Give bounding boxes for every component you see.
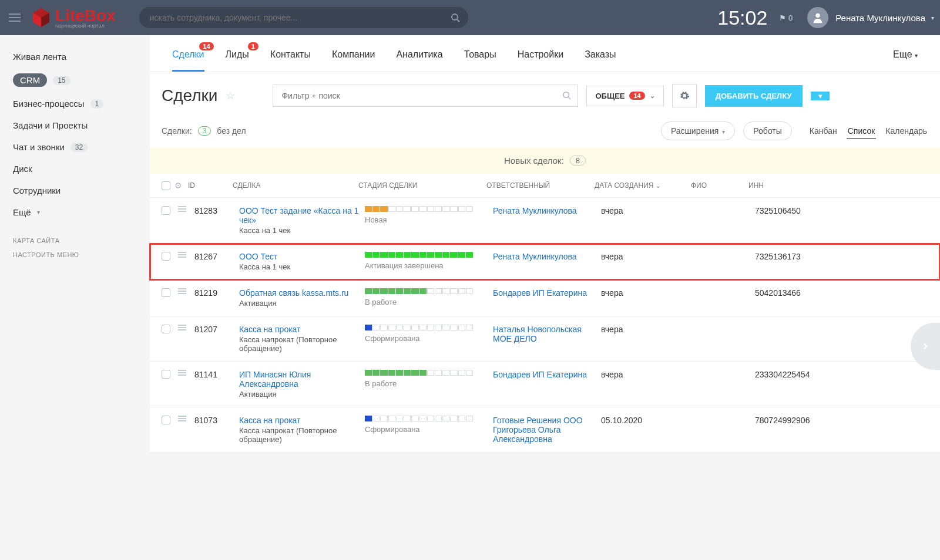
drag-handle-icon[interactable] xyxy=(178,325,194,330)
cell-date: вчера xyxy=(601,252,697,261)
favorite-star-icon[interactable]: ☆ xyxy=(226,89,235,102)
stage-label: Сформирована xyxy=(365,334,493,343)
tab-8[interactable]: Еще ▾ xyxy=(882,35,928,72)
cell-date: вчера xyxy=(601,288,697,298)
cell-id: 81073 xyxy=(194,416,239,425)
tab-7[interactable]: Заказы xyxy=(574,35,626,72)
responsible-link[interactable]: Наталья Новопольская МОЕ ДЕЛО xyxy=(493,325,582,343)
table-row[interactable]: 81283 ООО Тест задание «Касса на 1 чек» … xyxy=(150,198,940,244)
no-deal-label[interactable]: без дел xyxy=(217,126,246,136)
global-search-input[interactable] xyxy=(139,7,468,28)
table-row[interactable]: 81219 Обратная связь kassa.mts.ru Актива… xyxy=(150,280,940,316)
pipeline-dropdown[interactable]: ОБЩЕЕ 14 ⌄ xyxy=(586,86,663,106)
responsible-link[interactable]: Рената Муклинкулова xyxy=(493,252,577,261)
notification-flag[interactable]: ⚑ 0 xyxy=(779,14,793,22)
col-inn[interactable]: ИНН xyxy=(748,181,819,190)
chevron-down-icon: ▾ xyxy=(722,129,725,135)
search-icon[interactable] xyxy=(562,91,571,102)
cell-inn: 780724992906 xyxy=(755,416,825,425)
responsible-link[interactable]: Бондарев ИП Екатерина xyxy=(493,370,587,379)
sidebar-item-label: Живая лента xyxy=(13,52,66,62)
sort-desc-icon: ⌄ xyxy=(656,183,660,189)
deal-link[interactable]: Обратная связь kassa.mts.ru xyxy=(239,288,365,298)
view-Канбан[interactable]: Канбан xyxy=(808,124,838,138)
deal-sub: Касса на 1 чек xyxy=(239,226,365,235)
add-deal-button[interactable]: ДОБАВИТЬ СДЕЛКУ xyxy=(705,85,803,107)
deal-link[interactable]: ООО Тест задание «Касса на 1 чек» xyxy=(239,206,365,225)
tab-label: Еще xyxy=(893,49,912,59)
username[interactable]: Рената Муклинкулова xyxy=(835,13,925,23)
sidebar-item-6[interactable]: Сотрудники xyxy=(0,180,150,201)
sidebar-item-2[interactable]: Бизнес-процессы1 xyxy=(0,93,150,114)
drag-handle-icon[interactable] xyxy=(178,416,194,421)
col-id[interactable]: ID xyxy=(188,181,233,190)
deal-sub: Активация xyxy=(239,390,365,399)
sidebar-item-0[interactable]: Живая лента xyxy=(0,46,150,68)
drag-handle-icon[interactable] xyxy=(178,288,194,294)
col-date[interactable]: ДАТА СОЗДАНИЯ ⌄ xyxy=(595,181,691,190)
row-checkbox[interactable] xyxy=(162,206,170,215)
table-row[interactable]: 81207 Касса на прокат Касса напрокат (По… xyxy=(150,316,940,362)
tab-label: Лиды xyxy=(226,49,249,59)
row-checkbox[interactable] xyxy=(162,325,170,333)
sidebar-item-4[interactable]: Чат и звонки32 xyxy=(0,136,150,158)
tab-label: Товары xyxy=(464,49,496,59)
sidebar-item-1[interactable]: CRM15 xyxy=(0,68,150,93)
col-fio[interactable]: ФИО xyxy=(691,181,748,190)
menu-hamburger-icon[interactable] xyxy=(6,11,24,25)
table-row[interactable]: 81267 ООО Тест Касса на 1 чек Активация … xyxy=(150,244,940,280)
col-deal[interactable]: СДЕЛКА xyxy=(233,181,358,190)
row-checkbox[interactable] xyxy=(162,252,170,261)
extensions-button[interactable]: Расширения▾ xyxy=(661,122,735,140)
robots-button[interactable]: Роботы xyxy=(743,122,791,140)
search-icon[interactable] xyxy=(451,13,460,24)
tab-label: Аналитика xyxy=(396,49,442,59)
responsible-link[interactable]: Готовые Решения ООО Григорьева Ольга Але… xyxy=(493,416,583,444)
tab-1[interactable]: Лиды1 xyxy=(215,35,260,72)
settings-button[interactable] xyxy=(672,84,697,107)
responsible-link[interactable]: Рената Муклинкулова xyxy=(493,206,577,215)
user-dropdown-icon[interactable]: ▾ xyxy=(931,15,934,21)
tab-2[interactable]: Контакты xyxy=(260,35,321,72)
new-deals-banner[interactable]: Новых сделок: 8 xyxy=(150,147,940,174)
tab-label: Настройки xyxy=(518,49,563,59)
responsible-link[interactable]: Бондарев ИП Екатерина xyxy=(493,288,587,298)
tab-0[interactable]: Сделки14 xyxy=(162,35,215,72)
col-stage[interactable]: СТАДИЯ СДЕЛКИ xyxy=(358,181,486,190)
sidebar-badge: 1 xyxy=(90,99,104,109)
deals-label: Сделки: xyxy=(162,126,192,136)
tab-5[interactable]: Товары xyxy=(454,35,507,72)
avatar[interactable] xyxy=(807,7,828,28)
row-checkbox[interactable] xyxy=(162,416,170,424)
filter-input[interactable] xyxy=(273,85,578,107)
tab-4[interactable]: Аналитика xyxy=(385,35,453,72)
drag-handle-icon[interactable] xyxy=(178,206,194,212)
cell-id: 81141 xyxy=(194,370,239,379)
select-all-checkbox[interactable] xyxy=(162,181,170,190)
row-checkbox[interactable] xyxy=(162,288,170,297)
sidebar-item-label: CRM xyxy=(13,73,47,87)
deal-link[interactable]: Касса на прокат xyxy=(239,416,365,425)
cell-inn: 233304225454 xyxy=(755,370,825,379)
deal-link[interactable]: ООО Тест xyxy=(239,252,365,261)
column-settings-icon[interactable]: ⚙ xyxy=(174,181,182,190)
row-checkbox[interactable] xyxy=(162,370,170,379)
view-Календарь[interactable]: Календарь xyxy=(884,124,928,138)
sidebar-sub2[interactable]: НАСТРОИТЬ МЕНЮ xyxy=(0,248,150,262)
drag-handle-icon[interactable] xyxy=(178,370,194,376)
sidebar-item-5[interactable]: Диск xyxy=(0,158,150,180)
sidebar-item-7[interactable]: Ещё ▾ xyxy=(0,201,150,223)
tab-6[interactable]: Настройки xyxy=(507,35,574,72)
table-row[interactable]: 81073 Касса на прокат Касса напрокат (По… xyxy=(150,407,940,453)
deal-link[interactable]: ИП Минасян Юлия Александровна xyxy=(239,370,365,389)
col-resp[interactable]: ОТВЕТСТВЕННЫЙ xyxy=(486,181,595,190)
table-row[interactable]: 81141 ИП Минасян Юлия Александровна Акти… xyxy=(150,362,940,407)
sidebar-sub1[interactable]: КАРТА САЙТА xyxy=(0,234,150,248)
logo[interactable]: LiteBox партнерский портал xyxy=(29,6,116,29)
sidebar-item-3[interactable]: Задачи и Проекты xyxy=(0,114,150,136)
deal-link[interactable]: Касса на прокат xyxy=(239,325,365,334)
view-Список[interactable]: Список xyxy=(847,124,877,139)
add-deal-split-button[interactable]: ▾ xyxy=(811,92,830,100)
tab-3[interactable]: Компании xyxy=(321,35,386,72)
drag-handle-icon[interactable] xyxy=(178,252,194,258)
